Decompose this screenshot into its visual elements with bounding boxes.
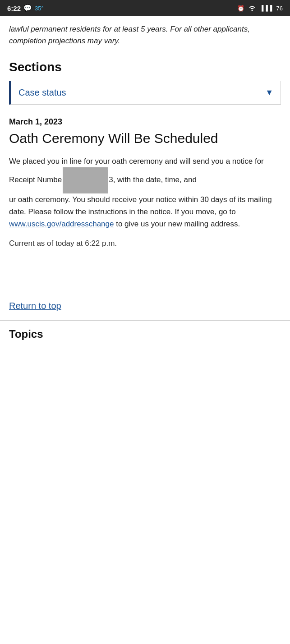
chat-icon: 💬: [23, 4, 32, 12]
wifi-icon: [248, 5, 256, 12]
redacted-image: [63, 167, 108, 193]
status-time: 6:22: [7, 5, 21, 12]
body-text-2: 3, with the date, time, and: [109, 175, 197, 184]
case-title: Oath Ceremony Will Be Scheduled: [9, 129, 281, 147]
body-text-4: to give us your new mailing address.: [114, 220, 240, 228]
signal-icon: ▐▐▐: [260, 5, 273, 11]
status-bar-left: 6:22 💬 35°: [7, 4, 44, 12]
current-time-text: Current as of today at 6:22 p.m.: [9, 239, 281, 248]
case-date: March 1, 2023: [9, 117, 281, 127]
main-content: lawful permanent residents for at least …: [0, 16, 290, 269]
status-bar-right: ⏰ ▐▐▐ 76: [237, 5, 283, 12]
topics-section: Topics: [0, 320, 290, 340]
address-change-link[interactable]: www.uscis.gov/addresschange: [9, 220, 114, 228]
topics-heading: Topics: [9, 328, 281, 340]
dropdown-label: Case status: [18, 87, 66, 98]
return-to-top-link[interactable]: Return to top: [9, 301, 61, 311]
case-status-dropdown[interactable]: Case status ▼: [11, 81, 281, 104]
alarm-icon: ⏰: [237, 5, 244, 12]
battery-level: 76: [276, 5, 283, 12]
intro-text: lawful permanent residents for at least …: [9, 23, 281, 47]
return-to-top-section: Return to top: [0, 287, 290, 320]
content-divider: [0, 278, 290, 278]
sections-heading: Sections: [9, 60, 281, 74]
status-bar: 6:22 💬 35° ⏰ ▐▐▐ 76: [0, 0, 290, 16]
dropdown-container[interactable]: Case status ▼: [9, 81, 281, 105]
body-text-3: ur oath ceremony. You should receive you…: [9, 195, 272, 216]
dropdown-arrow-icon: ▼: [265, 88, 273, 97]
temperature: 35°: [35, 5, 44, 12]
case-body: We placed you in line for your oath cere…: [9, 155, 281, 230]
